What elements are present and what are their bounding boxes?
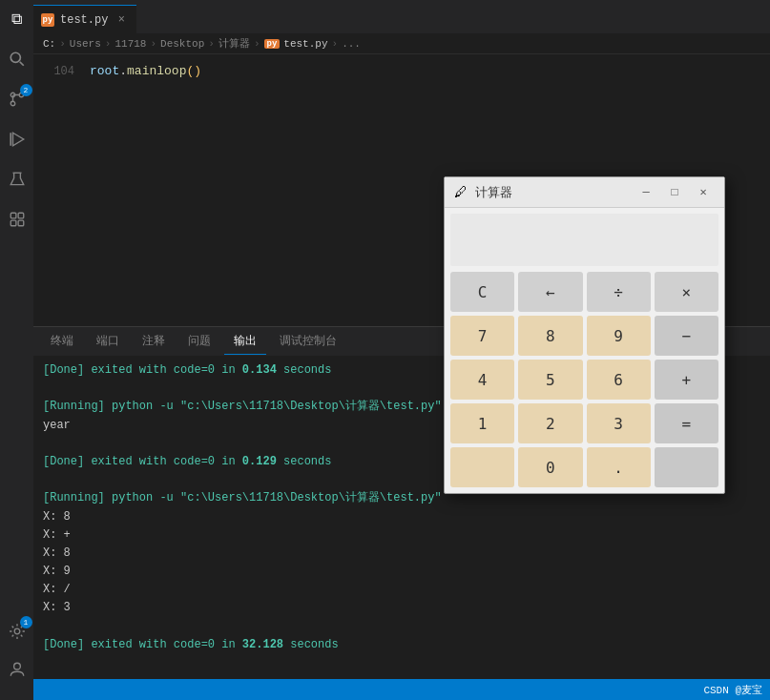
tab-problems[interactable]: 问题 [178,328,220,355]
output-blank-4 [43,618,760,636]
calc-btn-multiply[interactable]: × [655,272,718,312]
calc-button-grid: C ← ÷ × 7 8 9 − 4 5 6 + 1 2 3 = 0 . [445,272,724,493]
output-x-div: X: / [43,581,760,599]
calc-close-button[interactable]: ✕ [692,181,715,204]
svg-rect-9 [18,213,24,218]
breadcrumb-c[interactable]: C: [43,38,55,50]
svg-point-13 [13,663,20,669]
breadcrumb-sep2: › [105,38,112,50]
flask-icon[interactable] [6,168,29,191]
calc-btn-subtract[interactable]: − [655,316,718,356]
tab-label: test.py [60,13,108,27]
accounts-icon[interactable] [6,658,29,681]
code-line-104: 104 root.mainloop() [33,62,770,80]
svg-rect-8 [10,213,16,218]
code-method: mainloop [127,64,186,78]
calculator-window: 🖊 计算器 ─ □ ✕ C ← ÷ × 7 8 9 − 4 5 6 + 1 2 … [444,176,725,494]
svg-marker-5 [12,133,23,146]
breadcrumb-sep3: › [150,38,156,50]
calc-btn-clear[interactable]: C [450,272,514,312]
calc-display [450,214,718,266]
svg-point-0 [10,52,20,62]
tab-bar: py test.py × [33,0,770,33]
tab-test-py[interactable]: py test.py × [33,5,136,33]
calc-title-icon: 🖊 [454,185,469,200]
tab-comment[interactable]: 注释 [133,328,175,355]
calc-minimize-button[interactable]: ─ [635,181,657,204]
tab-port[interactable]: 端口 [87,328,129,355]
tab-output[interactable]: 输出 [224,328,266,355]
run-icon[interactable] [6,128,29,151]
svg-point-12 [14,628,20,634]
calc-btn-4[interactable]: 4 [450,360,514,400]
tab-debug-console[interactable]: 调试控制台 [270,328,346,355]
output-line-5: [Done] exited with code=0 in 32.128 seco… [43,636,760,654]
calc-btn-add[interactable]: + [655,360,718,400]
output-x-9: X: 9 [43,563,760,581]
line-number: 104 [41,65,74,78]
calc-title-text: 计算器 [475,184,629,201]
calc-btn-equals[interactable]: = [655,403,718,443]
svg-rect-10 [10,220,16,226]
svg-point-4 [10,101,15,106]
output-x-8: X: 8 [43,508,760,526]
code-parens: () [186,64,201,78]
calc-btn-decimal[interactable]: . [587,447,651,487]
calc-maximize-button[interactable]: □ [663,181,686,204]
breadcrumb-sep1: › [59,38,66,50]
calc-btn-8[interactable]: 8 [518,316,582,356]
breadcrumb-sep4: › [208,38,215,50]
calc-btn-6[interactable]: 6 [587,360,651,400]
breadcrumb-users[interactable]: Users [70,38,101,50]
code-content: root.mainloop() [90,64,201,78]
calc-btn-backspace[interactable]: ← [518,272,582,312]
svg-line-1 [19,62,23,66]
python-file-icon: py [41,13,54,27]
breadcrumb-desktop[interactable]: Desktop [160,38,204,50]
extensions-icon[interactable] [6,208,29,231]
breadcrumb-filename: test.py [283,38,327,50]
activity-bar: ⧉ 2 [0,0,33,700]
calc-btn-5[interactable]: 5 [518,360,582,400]
calc-btn-1[interactable]: 1 [450,403,514,443]
calc-titlebar: 🖊 计算器 ─ □ ✕ [445,177,724,208]
calc-btn-empty-right[interactable] [655,447,718,487]
tab-terminal[interactable]: 终端 [41,328,83,355]
breadcrumb: C: › Users › 11718 › Desktop › 计算器 › py … [33,33,770,54]
breadcrumb-ellipsis[interactable]: ... [342,38,361,50]
breadcrumb-sep5: › [254,38,260,50]
activity-bar-bottom: 1 [6,620,29,681]
svg-rect-11 [18,220,24,226]
calc-btn-2[interactable]: 2 [518,403,582,443]
breadcrumb-sep6: › [332,38,339,50]
breadcrumb-folder[interactable]: 计算器 [219,36,250,51]
files-icon[interactable]: ⧉ [6,8,29,31]
output-x-8b: X: 8 [43,545,760,563]
calc-btn-divide[interactable]: ÷ [587,272,651,312]
output-x-plus: X: + [43,526,760,545]
calc-btn-7[interactable]: 7 [450,316,514,356]
calc-btn-3[interactable]: 3 [587,403,651,443]
calc-btn-0[interactable]: 0 [518,447,582,487]
breadcrumb-file[interactable]: py test.py [264,38,328,50]
calc-btn-empty-left[interactable] [450,447,514,487]
output-x-3: X: 3 [43,599,760,617]
source-control-icon[interactable]: 2 [6,88,29,111]
search-icon[interactable] [6,48,29,71]
calc-btn-9[interactable]: 9 [587,316,651,356]
code-var: root [90,64,119,78]
tab-close-button[interactable]: × [114,12,129,28]
status-text: CSDN @麦宝 [703,683,762,697]
status-bar: CSDN @麦宝 [33,679,770,700]
breadcrumb-11718[interactable]: 11718 [114,38,146,50]
settings-icon[interactable]: 1 [6,620,29,643]
